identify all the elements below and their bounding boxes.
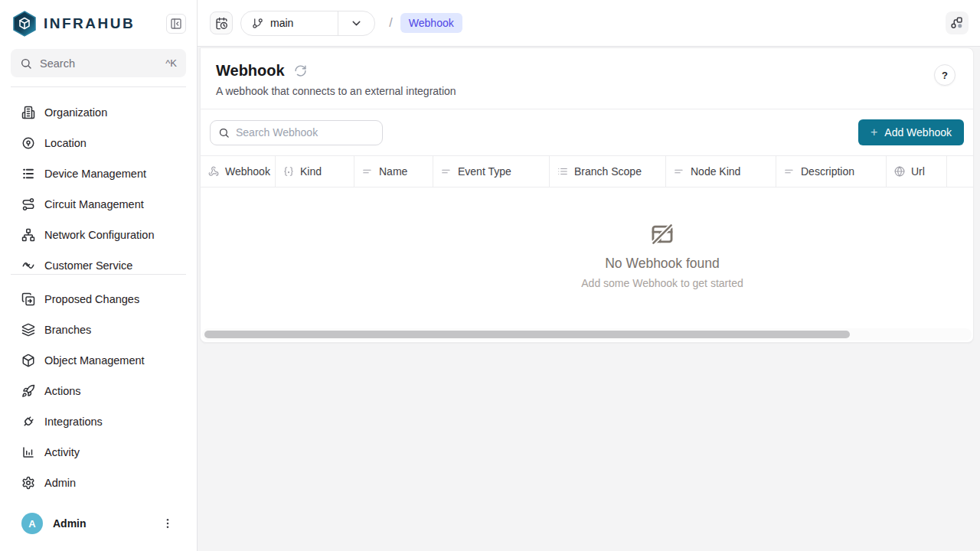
panel-collapse-icon bbox=[170, 18, 182, 30]
empty-state: No Webhook found Add some Webhook to get… bbox=[201, 187, 973, 328]
sidebar-divider-bottom bbox=[11, 274, 186, 275]
copy-arrow-icon bbox=[21, 292, 35, 306]
sidebar-item-location[interactable]: Location bbox=[0, 128, 197, 158]
sidebar-menu-primary: Organization Location Device Management … bbox=[0, 97, 197, 274]
avatar: A bbox=[21, 513, 43, 534]
bar-chart-icon bbox=[21, 445, 35, 459]
route-icon bbox=[21, 197, 35, 211]
sidebar-item-branches[interactable]: Branches bbox=[0, 315, 197, 345]
column-header-url[interactable]: Url bbox=[887, 156, 947, 187]
logo-row: INFRAHUB bbox=[0, 0, 197, 44]
sidebar-item-label: Integrations bbox=[44, 416, 103, 428]
refresh-icon[interactable] bbox=[294, 64, 307, 77]
calendar-clock-icon bbox=[215, 17, 228, 30]
sidebar-item-label: Network Configuration bbox=[44, 229, 154, 241]
ellipsis-vertical-icon[interactable] bbox=[162, 517, 174, 530]
sidebar-item-actions[interactable]: Actions bbox=[0, 376, 197, 406]
sidebar-item-label: Device Management bbox=[44, 168, 146, 180]
text-icon bbox=[362, 166, 373, 177]
map-pin-icon bbox=[21, 136, 35, 150]
webhook-search-input[interactable] bbox=[236, 126, 374, 139]
column-header-kind[interactable]: Kind bbox=[276, 156, 354, 187]
sidebar-divider-top bbox=[11, 86, 186, 87]
horizontal-scrollbar-thumb[interactable] bbox=[204, 331, 850, 338]
add-webhook-button[interactable]: + Add Webhook bbox=[858, 119, 964, 145]
column-header-event-type[interactable]: Event Type bbox=[433, 156, 550, 187]
time-travel-button[interactable] bbox=[210, 11, 233, 34]
handshake-icon bbox=[21, 259, 35, 272]
column-header-spacer bbox=[947, 156, 973, 187]
sidebar-item-organization[interactable]: Organization bbox=[0, 97, 197, 128]
network-icon bbox=[21, 228, 35, 242]
branch-selector-value[interactable]: main bbox=[241, 11, 338, 35]
gear-icon bbox=[21, 476, 35, 490]
horizontal-scrollbar-track[interactable] bbox=[202, 328, 972, 341]
user-name: Admin bbox=[53, 517, 162, 530]
text-icon bbox=[441, 166, 452, 177]
rocket-icon bbox=[21, 384, 35, 398]
globe-icon bbox=[894, 166, 905, 177]
sidebar-item-label: Branches bbox=[44, 324, 91, 336]
webhook-search-box bbox=[210, 120, 383, 145]
table-header-row: Webhook Kind Name Event Type Branch Scop… bbox=[201, 155, 973, 187]
text-icon bbox=[784, 166, 795, 177]
page-header: Webhook A webhook that connects to an ex… bbox=[201, 48, 973, 109]
breadcrumb-separator: / bbox=[389, 16, 392, 30]
no-results-icon bbox=[649, 221, 675, 247]
column-header-branch-scope[interactable]: Branch Scope bbox=[550, 156, 666, 187]
sidebar-item-label: Proposed Changes bbox=[44, 293, 139, 305]
branch-name: main bbox=[270, 17, 293, 29]
text-icon bbox=[674, 166, 684, 177]
main-area: main / Webhook Webhook A webhook that co… bbox=[198, 0, 980, 551]
braces-icon bbox=[283, 166, 294, 177]
empty-state-title: No Webhook found bbox=[605, 256, 720, 272]
sidebar-item-network-configuration[interactable]: Network Configuration bbox=[0, 220, 197, 250]
sidebar-item-label: Circuit Management bbox=[44, 198, 144, 210]
page-description: A webhook that connects to an external i… bbox=[216, 85, 958, 97]
breadcrumb-webhook[interactable]: Webhook bbox=[400, 13, 462, 33]
sidebar-item-object-management[interactable]: Object Management bbox=[0, 345, 197, 376]
schema-visualizer-button[interactable] bbox=[946, 11, 969, 34]
search-icon bbox=[20, 57, 32, 70]
git-branch-icon bbox=[252, 18, 263, 29]
sidebar-item-activity[interactable]: Activity bbox=[0, 437, 197, 468]
sidebar-item-label: Object Management bbox=[44, 354, 145, 367]
sidebar-item-label: Organization bbox=[44, 106, 107, 119]
add-webhook-label: Add Webhook bbox=[884, 126, 952, 139]
user-menu[interactable]: A Admin bbox=[0, 502, 197, 551]
column-header-name[interactable]: Name bbox=[354, 156, 433, 187]
table-viewport: Webhook Kind Name Event Type Branch Scop… bbox=[201, 155, 973, 342]
search-icon bbox=[218, 127, 230, 139]
layers-icon bbox=[21, 323, 35, 337]
webhook-card: Webhook A webhook that connects to an ex… bbox=[200, 47, 974, 343]
sidebar-item-customer-service[interactable]: Customer Service bbox=[0, 250, 197, 274]
branch-dropdown-toggle[interactable] bbox=[338, 11, 374, 35]
search-shortcut: ^K bbox=[165, 57, 177, 69]
sidebar-item-admin[interactable]: Admin bbox=[0, 468, 197, 498]
sidebar-item-circuit-management[interactable]: Circuit Management bbox=[0, 189, 197, 220]
column-header-node-kind[interactable]: Node Kind bbox=[666, 156, 776, 187]
sidebar-item-label: Customer Service bbox=[44, 259, 132, 272]
column-header-description[interactable]: Description bbox=[776, 156, 887, 187]
sidebar-item-proposed-changes[interactable]: Proposed Changes bbox=[0, 284, 197, 315]
sidebar-search-label: Search bbox=[40, 57, 165, 70]
empty-state-subtitle: Add some Webhook to get started bbox=[581, 277, 743, 289]
top-bar: main / Webhook bbox=[198, 0, 980, 47]
server-icon bbox=[21, 167, 35, 181]
webhook-icon bbox=[208, 166, 219, 177]
plus-icon: + bbox=[871, 126, 877, 139]
sidebar-item-label: Actions bbox=[44, 385, 81, 397]
column-header-webhook[interactable]: Webhook bbox=[201, 156, 276, 187]
chevron-down-icon bbox=[350, 17, 363, 30]
sidebar-search[interactable]: Search ^K bbox=[11, 49, 186, 77]
plug-icon bbox=[21, 415, 35, 429]
cube-icon bbox=[21, 354, 35, 367]
help-button[interactable]: ? bbox=[934, 64, 956, 86]
branch-selector[interactable]: main bbox=[240, 11, 375, 36]
sidebar-item-integrations[interactable]: Integrations bbox=[0, 406, 197, 437]
sidebar-item-label: Activity bbox=[44, 446, 80, 458]
sidebar-collapse-button[interactable] bbox=[166, 14, 186, 34]
sidebar: INFRAHUB Search ^K Organization Location… bbox=[0, 0, 198, 551]
brand-name: INFRAHUB bbox=[44, 15, 166, 32]
sidebar-item-device-management[interactable]: Device Management bbox=[0, 158, 197, 189]
